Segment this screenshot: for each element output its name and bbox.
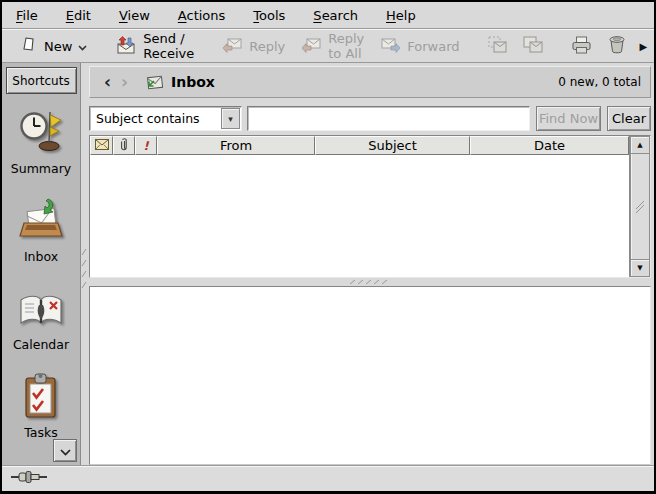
calendar-book-icon: [17, 283, 65, 331]
inbox-tray-icon: [17, 195, 65, 243]
reply-icon: [222, 37, 243, 56]
offline-plug-icon[interactable]: [11, 469, 47, 488]
message-counts: 0 new, 0 total: [558, 75, 641, 89]
column-header-from[interactable]: From: [157, 136, 315, 155]
forward-arrow-button[interactable]: ›: [116, 74, 133, 91]
copy-message-icon: [523, 36, 543, 56]
menu-actions[interactable]: Actions: [176, 6, 228, 25]
chevron-down-icon: [60, 441, 71, 460]
menu-help[interactable]: Help: [384, 6, 418, 25]
column-header-importance[interactable]: !: [135, 136, 157, 155]
date-column-label: Date: [534, 138, 565, 153]
tasks-clipboard-icon: [22, 371, 60, 419]
sidebar-item-label: Tasks: [24, 425, 58, 440]
folder-header-bar: ‹ › Inbox 0 new, 0 total: [89, 66, 651, 98]
reply-to-all-icon: [301, 37, 322, 56]
message-status-envelope-icon: [95, 138, 109, 153]
print-button[interactable]: [565, 32, 598, 61]
trash-icon: [608, 35, 626, 57]
body-row: Shortcuts Summary: [2, 63, 654, 465]
find-now-label: Find Now: [539, 111, 598, 126]
scroll-down-button[interactable]: ▼: [630, 259, 650, 277]
copy-message-button[interactable]: [517, 32, 549, 60]
send-receive-icon: [115, 36, 137, 57]
search-bar: Subject contains ▾ Find Now Clear: [89, 106, 651, 131]
forward-button[interactable]: Forward: [374, 33, 465, 60]
thumb-grip-hatch-icon: [634, 200, 646, 214]
main-pane: ‹ › Inbox 0 new, 0 total Subject contain…: [87, 63, 654, 465]
new-button[interactable]: New: [15, 32, 93, 60]
shortcuts-sidebar: Shortcuts Summary: [2, 63, 81, 465]
reply-button[interactable]: Reply: [216, 33, 291, 60]
column-header-message-status[interactable]: [90, 136, 113, 155]
send-receive-button[interactable]: Send / Receive: [109, 27, 200, 65]
column-header-subject[interactable]: Subject: [315, 136, 470, 155]
forward-label: Forward: [407, 39, 459, 54]
delete-button[interactable]: [602, 31, 632, 61]
menu-edit[interactable]: Edit: [64, 6, 93, 25]
subject-column-label: Subject: [368, 138, 417, 153]
search-query-input[interactable]: [247, 106, 530, 131]
message-preview-pane[interactable]: [89, 286, 651, 465]
summary-clock-icon: [19, 107, 63, 155]
message-list-pane: ! From Subject Date ▲: [89, 135, 651, 278]
find-now-button[interactable]: Find Now: [536, 106, 601, 131]
scroll-up-button[interactable]: ▲: [630, 136, 650, 154]
sidebar-item-label: Summary: [11, 161, 71, 176]
back-arrow-button[interactable]: ‹: [99, 74, 116, 91]
send-receive-label: Send / Receive: [143, 31, 194, 61]
clear-button[interactable]: Clear: [607, 106, 651, 131]
evolution-window: File Edit View Actions Tools Search Help…: [0, 0, 656, 494]
search-filter-dropdown[interactable]: Subject contains ▾: [89, 106, 242, 131]
sidebar-item-inbox[interactable]: Inbox: [17, 195, 65, 264]
menu-view[interactable]: View: [117, 6, 152, 25]
sidebar-item-calendar[interactable]: Calendar: [13, 283, 69, 352]
splitter-grip-hatch-icon: [81, 246, 87, 290]
new-button-label: New: [44, 39, 72, 54]
column-header-attachment[interactable]: [113, 136, 135, 155]
sidebar-item-label: Calendar: [13, 337, 69, 352]
chevron-down-icon: [78, 39, 87, 54]
menu-search[interactable]: Search: [311, 6, 360, 25]
folder-title: Inbox: [171, 74, 215, 90]
search-filter-value: Subject contains: [90, 111, 221, 126]
menu-file[interactable]: File: [14, 6, 40, 25]
main-toolbar: New Send / Receive: [2, 29, 654, 63]
importance-exclamation-icon: !: [143, 139, 148, 153]
sidebar-item-summary[interactable]: Summary: [11, 107, 71, 176]
shortcuts-group-label: Shortcuts: [12, 74, 69, 88]
reply-to-all-button[interactable]: Reply to All: [295, 27, 370, 65]
splitter-grip-hatch-icon: [348, 279, 392, 285]
from-column-label: From: [220, 138, 252, 153]
preview-splitter-handle[interactable]: [89, 278, 651, 286]
sidebar-item-label: Inbox: [24, 249, 58, 264]
status-bar: [2, 465, 654, 491]
combo-arrow-icon: ▾: [221, 108, 240, 129]
menu-bar: File Edit View Actions Tools Search Help: [2, 2, 654, 29]
message-list-header: ! From Subject Date: [90, 136, 629, 155]
reply-label: Reply: [249, 39, 285, 54]
sidebar-scroll-down-button[interactable]: [53, 439, 77, 462]
new-document-icon: [21, 36, 38, 56]
sidebar-splitter-handle[interactable]: [81, 63, 87, 465]
printer-icon: [571, 36, 592, 57]
menu-tools[interactable]: Tools: [251, 6, 287, 25]
sidebar-item-tasks[interactable]: Tasks: [22, 371, 60, 440]
move-message-icon: [488, 36, 507, 56]
shortcuts-group-button[interactable]: Shortcuts: [6, 67, 77, 94]
clear-label: Clear: [612, 111, 646, 126]
message-list-scrollbar[interactable]: ▲ ▼: [629, 136, 650, 277]
scrollbar-thumb[interactable]: [630, 154, 650, 259]
inbox-folder-icon: [145, 74, 164, 90]
column-header-date[interactable]: Date: [470, 136, 629, 155]
reply-to-all-label: Reply to All: [328, 31, 364, 61]
forward-icon: [380, 37, 401, 56]
toolbar-overflow-arrow-icon[interactable]: ▶: [640, 41, 650, 52]
move-message-button[interactable]: [482, 32, 513, 60]
attachment-paperclip-icon: [120, 137, 129, 155]
